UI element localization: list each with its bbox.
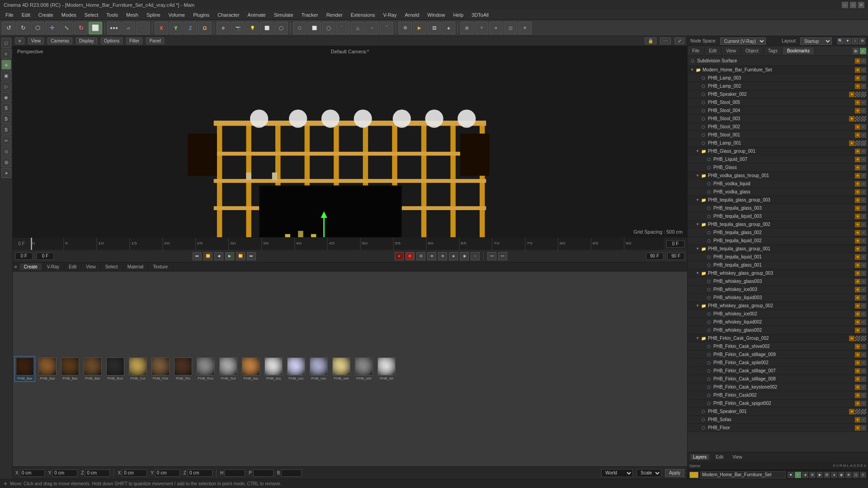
- sculpt-icon[interactable]: ⊙: [1, 146, 11, 156]
- b-input[interactable]: [281, 469, 302, 477]
- rotate-button[interactable]: ↻: [74, 22, 88, 34]
- scale-button[interactable]: ⤡: [60, 22, 73, 34]
- null-button[interactable]: ⊕: [217, 22, 230, 34]
- right-icon-1[interactable]: ⊕: [853, 48, 859, 54]
- tree-expand-icon[interactable]: [695, 116, 700, 122]
- minimize-button[interactable]: ─: [842, 2, 848, 8]
- tree-item[interactable]: ⬡PHB_whiskey_liquid002■✓: [688, 318, 868, 326]
- tree-item[interactable]: ⬡PHB_Firkin_Cask_stillage_009■✓: [688, 351, 868, 359]
- tree-expand-icon[interactable]: [700, 360, 706, 366]
- layers-tab[interactable]: Layers: [690, 454, 709, 460]
- tree-item[interactable]: ⬡PHB_Lamp_003■✓: [688, 74, 868, 82]
- view-menu-btn[interactable]: View: [28, 38, 44, 44]
- display-menu-btn[interactable]: Display: [76, 38, 97, 44]
- panel-menu-btn[interactable]: Panel: [146, 38, 164, 44]
- coord-system-dropdown[interactable]: World Object Parent: [601, 469, 633, 477]
- play-btn[interactable]: ▶: [225, 252, 234, 260]
- all-axis-button[interactable]: Ω: [198, 22, 212, 34]
- material-item[interactable]: PHB_Flo: [173, 356, 193, 382]
- timeline-ruler[interactable]: 0 5 10 15 20 25 30 35 40: [31, 238, 664, 250]
- material-item[interactable]: PHB_Box: [105, 356, 126, 382]
- transform-mode-dropdown[interactable]: Scale Move Rotate: [637, 469, 661, 477]
- tree-expand-icon[interactable]: [700, 181, 706, 187]
- undo-button[interactable]: ↺: [2, 22, 15, 34]
- viewport-dots-btn[interactable]: ⋯: [660, 38, 671, 44]
- tree-item[interactable]: ⬡PHB_tequila_liquid_002■✓: [688, 237, 868, 245]
- material-item[interactable]: PHB_Bar: [37, 356, 58, 382]
- filter-icon[interactable]: ▼: [844, 38, 851, 44]
- tree-expand-icon[interactable]: [695, 417, 700, 422]
- menu-tracker[interactable]: Tracker: [298, 11, 322, 19]
- floor-button[interactable]: ⬜: [260, 22, 274, 34]
- menu-arnold[interactable]: Arnold: [401, 11, 423, 19]
- tree-item[interactable]: ▼📁PHB_Glass_group_001■✓: [688, 147, 868, 155]
- menu-animate[interactable]: Animate: [244, 11, 269, 19]
- y-pos-input[interactable]: [52, 469, 77, 477]
- object-tab[interactable]: Object: [741, 47, 764, 54]
- edges-mode[interactable]: ▱: [122, 22, 135, 34]
- tree-expand-icon[interactable]: [695, 409, 700, 414]
- model-icon[interactable]: ▣: [1, 70, 11, 80]
- menu-extensions[interactable]: Extensions: [347, 11, 379, 19]
- key-none-btn[interactable]: ○: [471, 252, 480, 260]
- material-item[interactable]: PHB_Firk: [150, 356, 171, 382]
- live-select-button[interactable]: ⬡: [31, 22, 44, 34]
- mat-material-tab[interactable]: Material: [123, 263, 149, 270]
- tree-expand-icon[interactable]: [700, 157, 706, 162]
- sphere-btn[interactable]: ◯: [322, 22, 335, 34]
- tree-expand-icon[interactable]: [695, 141, 700, 146]
- tree-item[interactable]: ⬡PHB_Stool_005■✓: [688, 99, 868, 107]
- z-size-input[interactable]: [188, 469, 212, 477]
- tree-item[interactable]: ▼📁PHB_Firkin_Cask_Group_002■: [688, 334, 868, 343]
- step-forward-btn[interactable]: ⏩: [236, 252, 245, 260]
- x-axis-button[interactable]: X: [155, 22, 168, 34]
- mat-view-tab[interactable]: View: [81, 263, 101, 270]
- material-item[interactable]: PHB_voc: [286, 356, 307, 382]
- material-item[interactable]: PHB_teq: [263, 356, 284, 382]
- tree-expand-icon[interactable]: [700, 344, 706, 349]
- motion-icon[interactable]: ⊞: [1, 157, 11, 167]
- material-item[interactable]: PHB_Bar: [14, 356, 35, 382]
- tree-expand-icon[interactable]: [700, 189, 706, 195]
- mat-texture-tab[interactable]: Texture: [148, 263, 173, 270]
- points-mode[interactable]: ●●●: [107, 22, 121, 34]
- animate-icon[interactable]: ▷: [1, 81, 11, 91]
- tree-expand-icon[interactable]: [700, 287, 706, 292]
- tree-item[interactable]: ⬡PHB_Stool_004■✓: [688, 107, 868, 115]
- obj-icon-10[interactable]: ◫: [853, 472, 859, 478]
- material-item[interactable]: PHB_Roc: [195, 356, 216, 382]
- edit-tab[interactable]: Edit: [704, 47, 722, 54]
- total-frame-input[interactable]: [667, 253, 684, 260]
- cylinder-btn[interactable]: ⬛: [336, 22, 350, 34]
- material-item[interactable]: PHB_tea: [241, 356, 261, 382]
- sort-icon[interactable]: ↕: [852, 38, 858, 44]
- obj-icon-4[interactable]: ⊕: [809, 472, 816, 478]
- tree-item[interactable]: ⬡PHB_Sofas■✓: [688, 416, 868, 424]
- tree-expand-icon[interactable]: [700, 254, 706, 260]
- view-tab[interactable]: View: [722, 47, 741, 54]
- obj-icon-5[interactable]: ▶: [816, 472, 823, 478]
- subdivision-surface-item[interactable]: ⬡ Subdivision Surface ■ ✓: [688, 56, 868, 66]
- timeline-btn[interactable]: ⊟: [416, 252, 425, 260]
- tree-item[interactable]: ⬡PHB_whiskey_liquid003■✓: [688, 294, 868, 302]
- tree-item[interactable]: ▼📁PHB_whiskey_glass_group_002■✓: [688, 302, 868, 310]
- tree-item[interactable]: ⬡PHB_Lamp_002■✓: [688, 82, 868, 90]
- play-reverse-btn[interactable]: ◀: [214, 252, 223, 260]
- material-btn[interactable]: ◫: [504, 22, 517, 34]
- sky-button[interactable]: ◯: [274, 22, 288, 34]
- tree-expand-icon[interactable]: ▼: [695, 303, 700, 309]
- edit-render-btn[interactable]: 🖼: [427, 22, 441, 34]
- render-sidebar-icon[interactable]: ◉: [1, 92, 11, 102]
- tree-item[interactable]: ⬡PHB_Stool_003■: [688, 115, 868, 123]
- tree-item[interactable]: ⬡PHB_tequila_glass_001■✓: [688, 261, 868, 269]
- tree-expand-icon[interactable]: ▼: [695, 197, 700, 203]
- tree-item[interactable]: ⬡PHB_Stool_002■✓: [688, 123, 868, 131]
- tree-expand-icon[interactable]: ▼: [695, 336, 700, 341]
- tree-expand-icon[interactable]: [700, 238, 706, 244]
- tree-item[interactable]: ⬡PHB_whiskey_ice003■✓: [688, 286, 868, 294]
- light-button[interactable]: 💡: [245, 22, 259, 34]
- tree-item[interactable]: ⬡PHB_Glass■✓: [688, 164, 868, 172]
- tree-item[interactable]: ⬡PHB_Firkin_Cask_shive002■✓: [688, 343, 868, 351]
- current-frame-input[interactable]: [666, 240, 684, 248]
- tree-expand-icon[interactable]: [700, 352, 706, 357]
